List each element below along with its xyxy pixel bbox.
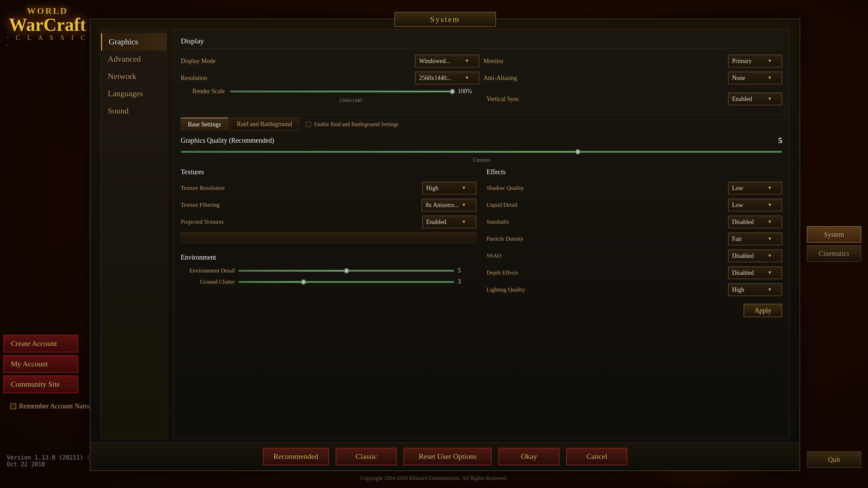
cinematics-button[interactable]: Cinematics (807, 245, 861, 262)
antialiasing-label: Anti-Aliasing (484, 75, 517, 82)
reset-button[interactable]: Reset User Options (403, 448, 492, 465)
apply-button[interactable]: Apply (744, 304, 782, 317)
monitor-label: Monitor (484, 58, 504, 65)
render-scale-area: Render Scale 100% 868x488 (181, 88, 476, 108)
texture-filtering-select[interactable]: 8x Anisotro... ▼ (421, 199, 476, 211)
tab-checkbox-area: Enable Raid and Battleground Settings (306, 121, 398, 127)
quit-button[interactable]: Quit (807, 451, 861, 468)
graphics-quality-row: Graphics Quality (Recommended) 5 (181, 136, 782, 145)
monitor-row: Monitor Primary ▼ (484, 55, 782, 67)
dialog-title: System (430, 15, 460, 24)
depth-effects-select[interactable]: Disabled ▼ (728, 266, 782, 279)
classic-button[interactable]: Classic (336, 448, 397, 465)
resolution-arrow: ▼ (465, 75, 469, 81)
display-mode-label: Display Mode (181, 58, 216, 65)
texture-resolution-select[interactable]: High ▼ (422, 182, 476, 195)
sunshafts-row: Sunshafts Disabled ▼ (487, 216, 782, 228)
display-mode-arrow: ▼ (465, 58, 469, 64)
shadow-quality-value: Low (732, 185, 743, 192)
nav-item-network[interactable]: Network (101, 68, 166, 85)
nav-item-advanced[interactable]: Advanced (101, 50, 166, 68)
env-detail-thumb[interactable] (344, 268, 349, 273)
display-mode-select[interactable]: Windowed... ▼ (415, 55, 479, 67)
resolution-value: 868x488... (419, 75, 451, 82)
texture-resolution-row: Texture Resolution High ▼ (181, 182, 476, 195)
dialog-title-bar: System (394, 12, 496, 27)
render-scale-track (230, 90, 453, 93)
enable-raid-label: Enable Raid and Battleground Settings (314, 121, 398, 127)
nav-item-languages[interactable]: Languages (101, 85, 166, 102)
depth-effects-value: Disabled (732, 269, 754, 277)
shadow-quality-label: Shadow Quality (487, 185, 524, 191)
right-settings-column: Effects Shadow Quality Low ▼ Liquid Deta… (487, 168, 782, 432)
nav-item-graphics[interactable]: Graphics (101, 33, 166, 50)
ssao-value: Disabled (732, 252, 754, 260)
liquid-detail-row: Liquid Detail Low ▼ (487, 199, 782, 211)
antialiasing-value: None (732, 75, 745, 82)
graphics-quality-label: Graphics Quality (Recommended) (181, 137, 274, 144)
display-section: Display Display Mode Windowed... ▼ (181, 37, 782, 108)
liquid-detail-value: Low (732, 202, 743, 209)
okay-button[interactable]: Okay (498, 448, 559, 465)
graphics-quality-value: 5 (778, 136, 782, 145)
tab-raid-battleground[interactable]: Raid and Battleground (230, 118, 299, 131)
render-scale-thumb[interactable] (450, 89, 455, 94)
display-mode-value: Windowed... (419, 58, 450, 65)
render-vsync-area: Render Scale 100% 868x488 (181, 88, 782, 108)
shadow-quality-select[interactable]: Low ▼ (728, 182, 782, 195)
system-button[interactable]: System (807, 226, 861, 243)
monitor-value: Primary (732, 58, 752, 65)
remember-checkbox[interactable] (10, 403, 16, 409)
texture-resolution-value: High (426, 185, 438, 192)
recommended-button[interactable]: Recommended (263, 448, 329, 465)
projected-textures-select[interactable]: Enabled ▼ (422, 216, 476, 228)
depth-effects-row: Depth Effects Disabled ▼ (487, 266, 782, 279)
display-section-title: Display (181, 37, 782, 48)
vsync-arrow: ▼ (767, 96, 772, 102)
vsync-label: Vertical Sync (487, 96, 519, 103)
render-scale-label: Render Scale (181, 88, 225, 95)
resolution-label: Resolution (181, 75, 207, 82)
vsync-select[interactable]: Enabled ▼ (728, 93, 782, 105)
my-account-button[interactable]: My Account (3, 355, 78, 373)
enable-raid-checkbox[interactable] (306, 122, 311, 127)
liquid-detail-arrow: ▼ (767, 202, 772, 208)
resolution-select[interactable]: 868x488... ▼ (415, 72, 479, 84)
remember-area: Remember Account Name (10, 402, 91, 410)
tabs-row: Base Settings Raid and Battleground Enab… (181, 118, 782, 131)
particle-density-select[interactable]: Fair ▼ (728, 232, 782, 245)
cancel-button[interactable]: Cancel (566, 448, 627, 465)
lighting-quality-label: Lighting Quality (487, 286, 525, 293)
ssao-row: SSAO Disabled ▼ (487, 249, 782, 262)
environment-detail-label: Environment Detail (181, 267, 235, 274)
gq-slider-thumb[interactable] (575, 149, 580, 155)
community-site-button[interactable]: Community Site (3, 375, 78, 393)
lighting-quality-select[interactable]: High ▼ (728, 283, 782, 296)
monitor-select[interactable]: Primary ▼ (728, 55, 782, 67)
logo: WORLD WarCraft · C L A S S I C · (7, 7, 88, 61)
sunshafts-select[interactable]: Disabled ▼ (728, 216, 782, 228)
depth-effects-label: Depth Effects (487, 269, 518, 276)
tab-base-settings[interactable]: Base Settings (181, 118, 228, 131)
create-account-button[interactable]: Create Account (3, 335, 78, 352)
ground-clutter-track (238, 281, 454, 283)
effects-title: Effects (487, 168, 782, 176)
env-detail-fill (239, 270, 347, 271)
lighting-quality-row: Lighting Quality High ▼ (487, 283, 782, 296)
antialiasing-select[interactable]: None ▼ (728, 72, 782, 84)
display-top-row: Display Mode Windowed... ▼ Resolution (181, 55, 782, 84)
texture-filtering-row: Texture Filtering 8x Anisotro... ▼ (181, 199, 476, 211)
liquid-detail-select[interactable]: Low ▼ (728, 199, 782, 211)
environment-detail-row: Environment Detail 5 (181, 267, 476, 274)
render-scale-row: Render Scale 100% (181, 88, 476, 95)
shadow-quality-row: Shadow Quality Low ▼ (487, 182, 782, 195)
ssao-select[interactable]: Disabled ▼ (728, 249, 782, 262)
nav-item-sound[interactable]: Sound (101, 102, 166, 120)
texture-resolution-label: Texture Resolution (181, 185, 225, 191)
lighting-quality-arrow: ▼ (767, 287, 772, 292)
particle-density-value: Fair (732, 236, 742, 243)
ground-clutter-fill (239, 281, 303, 283)
particle-density-arrow: ▼ (767, 236, 772, 242)
liquid-detail-label: Liquid Detail (487, 202, 517, 208)
ground-clutter-thumb[interactable] (301, 279, 306, 285)
